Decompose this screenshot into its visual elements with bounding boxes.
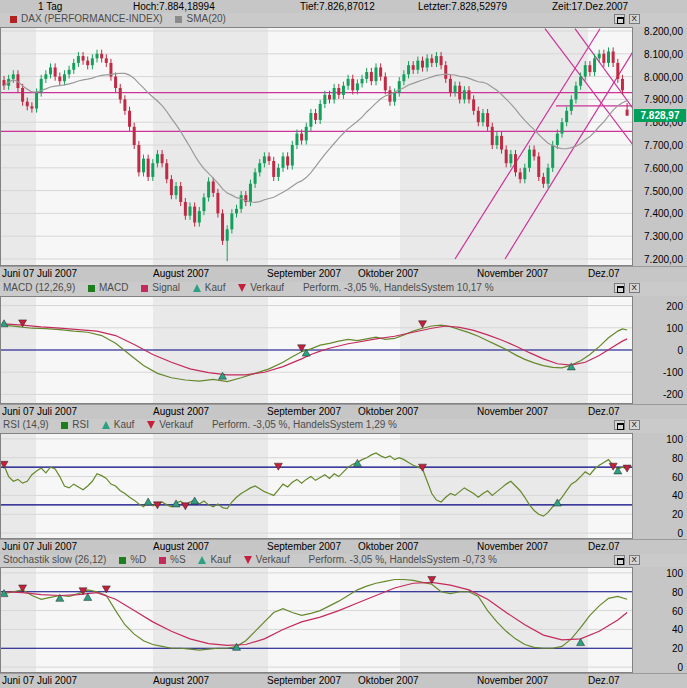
candle-body [230,213,233,229]
candle-body [137,145,140,172]
candle-body [393,93,396,102]
x-month-label: Juli 2007 [37,541,77,552]
candle-body [375,67,378,81]
candle-body [505,150,508,164]
candle-body [226,229,229,240]
candle-body [370,72,373,81]
x-month-label: Dez.07 [588,541,620,552]
x-month-label: August 2007 [153,268,209,279]
candle-body [30,106,33,108]
panel-close-button[interactable]: X [629,14,640,24]
time-value: Zeit:17.Dez.2007 [552,1,628,12]
candle-body [365,72,368,79]
candle-body [361,79,364,84]
month-band [0,567,36,673]
candle-body [175,186,178,195]
x-month-label: September 2007 [267,675,341,686]
candle-body [216,193,219,214]
restore-icon [617,286,624,293]
candle-body [58,77,61,82]
panel-restore-button[interactable] [614,555,625,565]
macd-chart[interactable] [0,296,633,404]
macd-panel: MACD (12,26,9) MACD Signal Kauf Verkauf … [0,282,687,419]
candle-body [165,163,168,179]
candle-body [388,90,391,101]
sell-triangle-icon [147,421,155,429]
y-tick-label: 60 [672,606,683,617]
candle-body [533,150,536,157]
panel-restore-button[interactable] [614,14,625,24]
stochastik-y-axis: 100806040200 [633,567,687,673]
candle-body [333,88,336,99]
stochastik-title: Stochastik slow (26,12) [3,554,106,565]
x-month-label: September 2007 [267,268,341,279]
buy-legend-label: Kauf [210,554,231,565]
candle-body [184,202,187,216]
rsi-performance-label: Perform. -3,05 %, HandelsSystem 1,29 % [212,419,397,430]
rsi-panel: RSI (14,9) RSI Kauf Verkauf Perform. -3,… [0,419,687,554]
candle-body [314,113,317,120]
candle-body [356,83,359,90]
panel-close-button[interactable]: X [629,283,640,293]
month-band [153,567,268,673]
stochastik-chart[interactable] [0,567,633,673]
candle-body [337,88,340,95]
y-tick-label: 100 [666,323,683,334]
x-month-label: Juni 07 [2,406,34,417]
candle-body [561,122,564,133]
candle-body [486,113,489,127]
low-value: Tief:7.826,87012 [300,1,375,12]
candle-body [240,195,243,209]
panel-restore-button[interactable] [614,420,625,430]
dax-legend-label: DAX (PERFORMANCE-INDEX) [21,13,163,24]
y-tick-label: 40 [672,624,683,635]
macd-y-axis: 2001000-100-200 [633,296,687,404]
panel-close-button[interactable]: X [629,555,640,565]
candle-body [49,67,52,74]
candle-body [598,54,601,59]
y-tick-label: 7.400,00 [644,208,683,219]
signal-legend-label: Signal [152,282,180,293]
candle-body [616,63,619,79]
y-tick-label: 8.000,00 [644,72,683,83]
x-month-label: Oktober 2007 [358,675,419,686]
main-price-chart[interactable] [0,27,633,266]
month-band [36,27,153,266]
sma-legend-square-icon [175,16,182,23]
y-tick-label: 80 [672,587,683,598]
macd-legend-square-icon [88,285,95,292]
y-tick-label: 80 [672,453,683,464]
candle-body [472,99,475,110]
rsi-chart[interactable] [0,433,633,539]
y-tick-label: 200 [666,301,683,312]
x-month-label: November 2007 [477,268,548,279]
candle-body [282,156,285,167]
candle-body [491,127,494,145]
high-value: Hoch:7.884,18994 [133,1,215,12]
y-tick-label: 8.200,00 [644,26,683,37]
candle-body [379,67,382,76]
y-tick-label: 8.100,00 [644,49,683,60]
info-bar: 1 Tag Hoch:7.884,18994 Tief:7.826,87012 … [0,0,687,13]
candle-body [12,74,15,79]
candle-body [588,65,591,72]
x-month-label: Oktober 2007 [358,406,419,417]
candle-body [123,99,126,110]
panel-restore-button[interactable] [614,283,625,293]
buy-triangle-icon [193,284,201,292]
x-month-label: Juni 07 [2,268,34,279]
buy-triangle-icon [198,556,206,564]
candle-body [91,58,94,65]
panel-close-button[interactable]: X [629,420,640,430]
candle-body [593,58,596,72]
candle-body [105,58,108,63]
x-month-label: Juli 2007 [37,406,77,417]
sma-legend-label: SMA(20) [186,13,225,24]
candle-body [286,156,289,165]
x-month-label: Dez.07 [588,406,620,417]
candle-body [207,181,210,197]
candle-body [63,74,66,81]
candle-body [542,177,545,184]
dax-legend: DAX (PERFORMANCE-INDEX) [10,13,163,24]
macd-title: MACD (12,26,9) [3,282,75,293]
